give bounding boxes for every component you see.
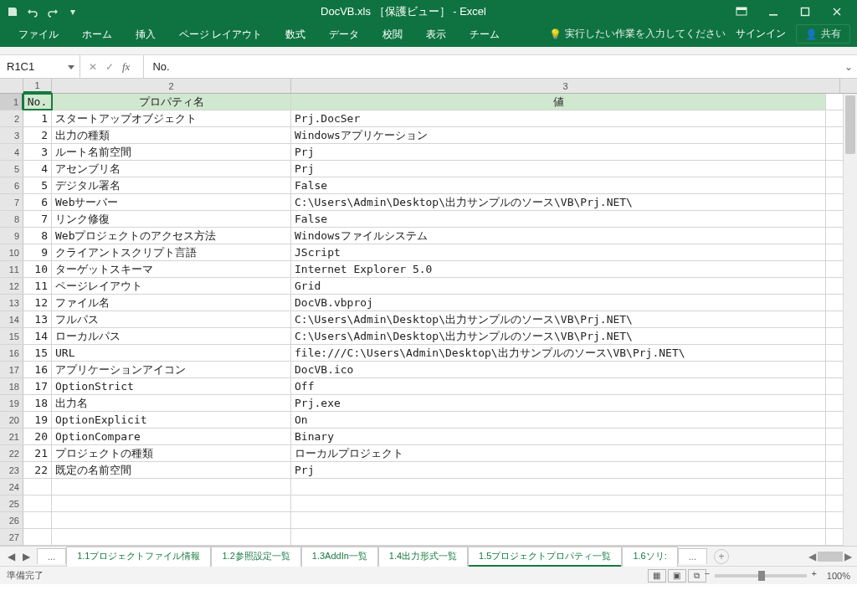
cell-no[interactable]: 1 [23, 110, 52, 126]
row-header[interactable]: 16 [0, 345, 23, 361]
cell-no[interactable]: 17 [23, 378, 52, 394]
scroll-right-icon[interactable]: ▶ [844, 551, 852, 562]
cell-no[interactable]: 12 [23, 295, 52, 311]
row-header[interactable]: 5 [0, 161, 23, 177]
cell-property-name[interactable]: ファイル名 [52, 295, 291, 311]
new-sheet-button[interactable]: + [714, 549, 729, 564]
row-header[interactable]: 17 [0, 362, 23, 377]
cell-property-name[interactable]: Webサーバー [52, 194, 291, 210]
cell-value[interactable]: Windowsアプリケーション [291, 127, 826, 143]
cell-value[interactable]: 値 [291, 94, 826, 110]
cell-no[interactable]: 3 [23, 144, 52, 160]
cell-no[interactable]: 18 [23, 395, 52, 411]
cell-value[interactable] [291, 512, 826, 528]
row-header[interactable]: 26 [0, 512, 23, 528]
ribbon-tab[interactable]: チーム [458, 23, 511, 47]
formula-input[interactable]: No. [143, 55, 840, 78]
cell-property-name[interactable]: ルート名前空間 [52, 144, 291, 160]
cell-property-name[interactable] [52, 479, 291, 495]
cell-property-name[interactable]: ターゲットスキーマ [52, 261, 291, 277]
cell-property-name[interactable]: URL [52, 345, 291, 361]
row-header[interactable]: 27 [0, 529, 23, 545]
cell-no[interactable]: 5 [23, 177, 52, 193]
cell-no[interactable]: 2 [23, 127, 52, 143]
share-button[interactable]: 👤 共有 [796, 24, 850, 44]
row-header[interactable]: 1 [0, 94, 23, 110]
cell-no[interactable]: 7 [23, 211, 52, 227]
cell-no[interactable]: 20 [23, 429, 52, 444]
cell-property-name[interactable]: OptionCompare [52, 429, 291, 444]
column-header[interactable]: 3 [291, 79, 840, 93]
row-header[interactable]: 23 [0, 462, 23, 478]
horizontal-scrollbar[interactable]: ◀ ▶ [736, 551, 857, 562]
row-header[interactable]: 4 [0, 144, 23, 160]
row-header[interactable]: 21 [0, 429, 23, 444]
scrollbar-thumb[interactable] [845, 95, 855, 154]
scroll-left-icon[interactable]: ◀ [808, 551, 816, 562]
row-header[interactable]: 18 [0, 378, 23, 394]
cell-value[interactable]: DocVB.ico [291, 362, 826, 377]
sheet-nav-prev-icon[interactable]: ◀ [5, 551, 17, 562]
tell-me-search[interactable]: 💡 実行したい作業を入力してください [549, 27, 726, 41]
cell-property-name[interactable]: OptionStrict [52, 378, 291, 394]
cell-property-name[interactable]: クライアントスクリプト言語 [52, 244, 291, 260]
cell-value[interactable] [291, 495, 826, 511]
ribbon-tab[interactable]: 表示 [414, 23, 458, 47]
cell-no[interactable]: 6 [23, 194, 52, 210]
cell-property-name[interactable]: プロジェクトの種類 [52, 445, 291, 461]
cell-no[interactable]: 11 [23, 278, 52, 294]
cell-no[interactable]: 21 [23, 445, 52, 461]
cell-value[interactable]: C:\Users\Admin\Desktop\出力サンプルのソース\VB\Prj… [291, 194, 826, 210]
vertical-scrollbar[interactable] [843, 94, 857, 546]
formula-bar-expand-icon[interactable]: ⌄ [840, 61, 857, 73]
cell-property-name[interactable]: ローカルパス [52, 328, 291, 344]
row-header[interactable]: 11 [0, 261, 23, 277]
sheet-tab[interactable]: 1.5プロジェクトプロパティ一覧 [468, 547, 622, 567]
cell-value[interactable]: JScript [291, 244, 826, 260]
row-header[interactable]: 3 [0, 127, 23, 143]
cell-no[interactable] [23, 495, 52, 511]
save-icon[interactable] [5, 4, 20, 19]
cancel-icon[interactable]: ✕ [89, 61, 97, 73]
cell-value[interactable]: Prj.DocSer [291, 110, 826, 126]
cell-value[interactable]: C:\Users\Admin\Desktop\出力サンプルのソース\VB\Prj… [291, 311, 826, 327]
row-header[interactable]: 24 [0, 479, 23, 495]
cell-value[interactable]: False [291, 177, 826, 193]
row-header[interactable]: 7 [0, 194, 23, 210]
cell-value[interactable]: False [291, 211, 826, 227]
zoom-slider[interactable] [715, 574, 807, 578]
row-header[interactable]: 8 [0, 211, 23, 227]
sheet-tab-overflow[interactable]: ... [37, 548, 66, 564]
sheet-tab[interactable]: 1.4出力形式一覧 [378, 547, 468, 567]
row-header[interactable]: 14 [0, 311, 23, 327]
ribbon-tab[interactable]: 挿入 [124, 23, 167, 47]
cell-no[interactable] [23, 479, 52, 495]
cell-value[interactable]: Grid [291, 278, 826, 294]
row-header[interactable]: 15 [0, 328, 23, 344]
cell-property-name[interactable]: プロパティ名 [52, 94, 291, 110]
cell-property-name[interactable]: リンク修復 [52, 211, 291, 227]
row-header[interactable]: 22 [0, 445, 23, 461]
row-header[interactable]: 2 [0, 110, 23, 126]
cell-property-name[interactable]: 既定の名前空間 [52, 462, 291, 478]
row-header[interactable]: 19 [0, 395, 23, 411]
row-header[interactable]: 6 [0, 177, 23, 193]
cell-value[interactable]: Binary [291, 429, 826, 444]
row-header[interactable]: 20 [0, 412, 23, 428]
ribbon-tab[interactable]: ホーム [70, 23, 124, 47]
sheet-tab[interactable]: 1.6ソリ: [622, 547, 677, 567]
ribbon-tab[interactable]: データ [317, 23, 371, 47]
zoom-slider-thumb[interactable] [758, 571, 765, 581]
cell-property-name[interactable]: アセンブリ名 [52, 161, 291, 177]
cell-property-name[interactable]: OptionExplicit [52, 412, 291, 428]
sheet-tab[interactable]: 1.2参照設定一覧 [211, 547, 300, 567]
column-header[interactable]: 2 [52, 79, 291, 93]
cell-value[interactable]: Prj [291, 144, 826, 160]
cell-no[interactable]: 4 [23, 161, 52, 177]
sheet-nav-next-icon[interactable]: ▶ [20, 551, 32, 562]
cell-value[interactable]: Prj.exe [291, 395, 826, 411]
row-header[interactable]: 12 [0, 278, 23, 294]
close-icon[interactable] [822, 2, 852, 22]
ribbon-tab[interactable]: 校閲 [371, 23, 414, 47]
cell-value[interactable]: Prj [291, 161, 826, 177]
